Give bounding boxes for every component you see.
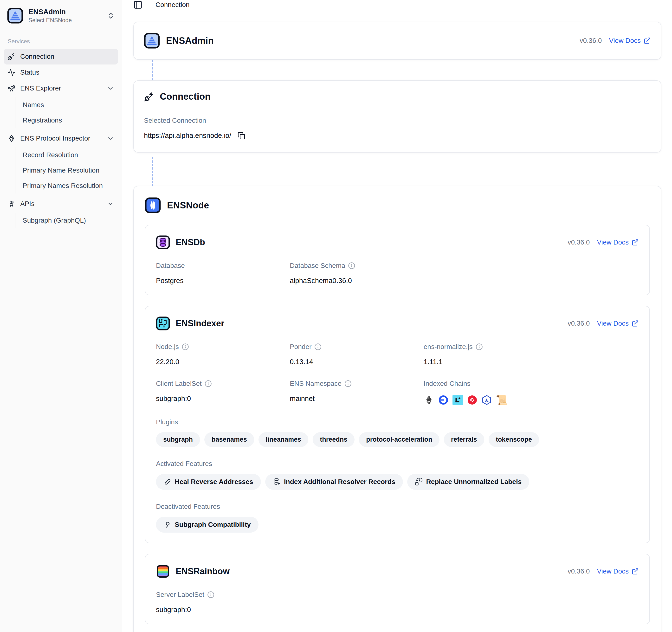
- sidebar-item-registrations[interactable]: Registrations: [16, 113, 118, 128]
- main-column: Connection ENSAdmin v0.36.: [122, 0, 672, 632]
- feature-chip: Heal Reverse Addresses: [156, 474, 261, 490]
- sidebar-item-label: Connection: [20, 53, 54, 60]
- linea-chain-icon: [453, 395, 463, 405]
- ensrainbow-logo-icon: [156, 564, 170, 578]
- ensadmin-app: ENSAdmin Select ENSNode Services Connect…: [0, 0, 672, 632]
- plugin-chip: referrals: [444, 432, 484, 447]
- connection-url: https://api.alpha.ensnode.io/: [144, 132, 231, 140]
- copy-icon[interactable]: [238, 132, 245, 140]
- database-plus-icon: [273, 478, 281, 486]
- external-link-icon: [631, 320, 639, 327]
- plugin-chip: threedns: [313, 432, 355, 447]
- info-icon[interactable]: [476, 343, 483, 350]
- feature-chip: Subgraph Compatibility: [156, 517, 259, 533]
- info-icon[interactable]: [348, 262, 355, 269]
- replace-icon: [415, 478, 423, 486]
- connector-line: [152, 157, 153, 190]
- view-docs-link[interactable]: View Docs: [597, 320, 639, 327]
- version-badge: v0.36.0: [568, 320, 590, 327]
- field-ponder: Ponder 0.13.14: [290, 343, 424, 366]
- chevrons-up-down-icon: [107, 12, 115, 20]
- plugins-chip-row: subgraph basenames lineanames threedns p…: [156, 432, 639, 447]
- sidebar-item-names[interactable]: Names: [16, 97, 118, 113]
- sidebar-item-record-resolution[interactable]: Record Resolution: [16, 147, 118, 163]
- card-title: ENSNode: [167, 200, 209, 211]
- plug-zap-icon: [144, 92, 154, 102]
- indexed-chains-row: 📜: [424, 395, 639, 405]
- sidebar-nav: Connection Status ENS Explorer: [4, 49, 118, 228]
- ensnode-logo-icon: [145, 197, 161, 213]
- field-client-labelset: Client LabelSet subgraph:0: [156, 380, 290, 405]
- card-title: ENSIndexer: [176, 318, 224, 329]
- chevron-down-icon: [107, 200, 114, 208]
- version-badge: v0.36.0: [568, 567, 590, 575]
- plugins-block: Plugins subgraph basenames lineanames th…: [156, 418, 639, 447]
- view-docs-link[interactable]: View Docs: [597, 239, 639, 246]
- sidebar-item-ens-explorer[interactable]: ENS Explorer: [4, 80, 118, 96]
- field-ens-namespace: ENS Namespace mainnet: [290, 380, 424, 405]
- connector-line: [152, 60, 153, 80]
- sidebar-item-label: Status: [20, 69, 39, 76]
- services-section-label: Services: [8, 38, 118, 45]
- sidebar-item-primary-names-resolution[interactable]: Primary Names Resolution: [16, 178, 118, 194]
- bandage-icon: [164, 478, 171, 486]
- activated-features-label: Activated Features: [156, 460, 639, 468]
- sidebar-item-label: ENS Protocol Inspector: [20, 135, 90, 142]
- ens-mark-icon: [8, 135, 16, 142]
- version-badge: v0.36.0: [568, 239, 590, 246]
- sidebar-item-label: ENS Explorer: [20, 84, 61, 92]
- card-title: ENSRainbow: [176, 566, 230, 577]
- apis-subitems: Subgraph (GraphQL): [15, 213, 118, 228]
- breadcrumb: Connection: [155, 1, 190, 9]
- field-database-schema: Database Schema alphaSchema0.36.0: [290, 262, 639, 285]
- field-ens-normalize: ens-normalize.js 1.11.1: [424, 343, 639, 366]
- field-indexed-chains: Indexed Chains: [424, 380, 639, 405]
- sidebar-item-primary-name-resolution[interactable]: Primary Name Resolution: [16, 163, 118, 178]
- info-icon[interactable]: [344, 380, 352, 387]
- deactivated-features-block: Deactivated Features Subgraph Compatibil…: [156, 503, 639, 533]
- ethereum-chain-icon: [424, 395, 434, 405]
- plugin-chip: basenames: [205, 432, 254, 447]
- ensrainbow-card: ENSRainbow v0.36.0 View Docs: [145, 554, 650, 624]
- card-title: ENSAdmin: [166, 35, 214, 46]
- activated-features-block: Activated Features Heal Reverse Addresse…: [156, 460, 639, 490]
- chevron-down-icon: [107, 85, 114, 92]
- connection-card: Connection Selected Connection https://a…: [133, 80, 662, 152]
- ensnode-selector[interactable]: ENSAdmin Select ENSNode: [4, 3, 118, 28]
- version-badge: v0.36.0: [580, 37, 602, 45]
- view-docs-link[interactable]: View Docs: [609, 37, 651, 45]
- sidebar-item-connection[interactable]: Connection: [4, 49, 118, 65]
- ensindexer-card: ENSIndexer v0.36.0 View Docs: [145, 306, 650, 543]
- arbitrum-chain-icon: [481, 395, 492, 405]
- card-title: ENSDb: [176, 237, 205, 247]
- feature-chip: Replace Unnormalized Labels: [407, 474, 529, 490]
- sidebar-item-ens-protocol-inspector[interactable]: ENS Protocol Inspector: [4, 130, 118, 146]
- info-icon[interactable]: [314, 343, 321, 350]
- external-link-icon: [631, 568, 639, 575]
- telescope-icon: [8, 84, 16, 92]
- deactivated-features-label: Deactivated Features: [156, 503, 639, 510]
- view-docs-link[interactable]: View Docs: [597, 567, 639, 575]
- field-nodejs: Node.js 22.20.0: [156, 343, 290, 366]
- app-name: ENSAdmin: [28, 8, 101, 16]
- sidebar-item-subgraph-graphql[interactable]: Subgraph (GraphQL): [16, 213, 118, 228]
- ens-protocol-inspector-subitems: Record Resolution Primary Name Resolutio…: [15, 147, 118, 194]
- ensadmin-card: ENSAdmin v0.36.0 View Docs: [133, 22, 662, 60]
- field-database: Database Postgres: [156, 262, 290, 285]
- ensadmin-logo-icon: [144, 33, 160, 49]
- app-subtitle: Select ENSNode: [28, 17, 101, 24]
- base-chain-icon: [438, 395, 449, 405]
- sidebar-item-status[interactable]: Status: [4, 65, 118, 80]
- main-content: ENSAdmin v0.36.0 View Docs: [122, 10, 672, 632]
- sidebar-toggle-icon[interactable]: [133, 0, 143, 9]
- info-icon[interactable]: [205, 380, 212, 387]
- sidebar-item-apis[interactable]: APIs: [4, 196, 118, 212]
- external-link-icon: [644, 37, 651, 44]
- ensadmin-logo-icon: [7, 8, 23, 24]
- sidebar-item-label: APIs: [20, 200, 34, 208]
- activity-icon: [8, 69, 16, 76]
- selected-connection-label: Selected Connection: [144, 117, 651, 124]
- info-icon[interactable]: [182, 343, 189, 350]
- info-icon[interactable]: [207, 591, 214, 598]
- plugin-chip: tokenscope: [488, 432, 539, 447]
